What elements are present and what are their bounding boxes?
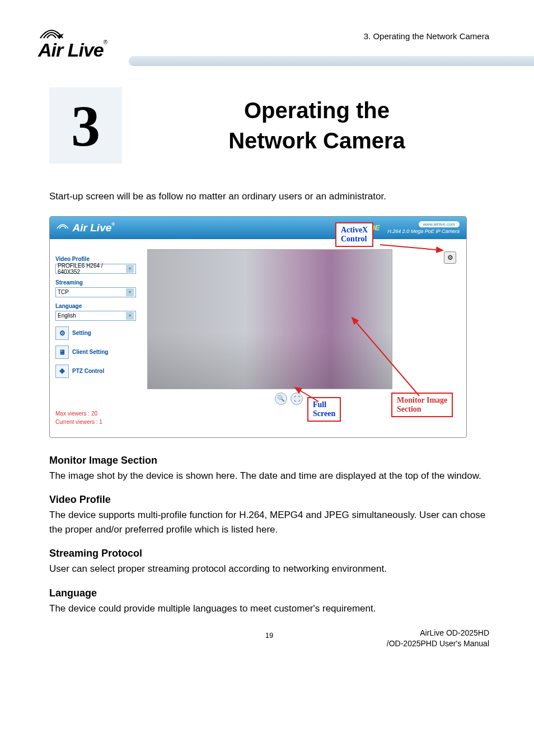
ptz-icon: ✥: [55, 365, 69, 378]
client-setting-label: Client Setting: [72, 349, 108, 355]
streaming-label: Streaming: [55, 279, 136, 286]
header-rule: [129, 56, 534, 66]
section-monitor-text: The image shot by the device is shown he…: [49, 469, 489, 483]
chapter-title: Operating the Network Camera: [144, 95, 489, 156]
screenshot-sidebar: Video Profile PROFILE6 H264 / 640X352 ▾ …: [50, 239, 142, 437]
brand-logo: Air Live®: [38, 26, 119, 61]
streaming-select[interactable]: TCP ▾: [55, 287, 136, 297]
chapter-header: 3 Operating the Network Camera: [49, 87, 489, 164]
section-profile-heading: Video Profile: [49, 494, 489, 506]
section-monitor-heading: Monitor Image Section: [49, 455, 489, 466]
section-stream-text: User can select proper streaming protoco…: [49, 562, 489, 576]
language-label: Language: [55, 303, 136, 309]
ptz-control-label: PTZ Control: [72, 368, 104, 374]
screenshot-brand: Air Live®: [57, 222, 115, 234]
video-profile-select[interactable]: PROFILE6 H264 / 640X352 ▾: [55, 264, 136, 274]
callout-activex: ActiveXControl: [335, 222, 373, 247]
arrow-activex: [380, 234, 447, 256]
section-lang-text: The device could provide multiple langua…: [49, 601, 489, 616]
chevron-down-icon: ▾: [126, 312, 134, 320]
chevron-down-icon: ▾: [126, 288, 134, 296]
video-profile-value: PROFILE6 H264 / 640X352: [58, 263, 126, 275]
language-select[interactable]: English ▾: [55, 311, 136, 321]
svg-line-1: [295, 388, 318, 402]
header-section-ref: 3. Operating the Network Camera: [364, 31, 489, 41]
max-viewers: Max viewers : 20: [55, 409, 136, 418]
magnify-icon[interactable]: 🔍: [275, 393, 287, 405]
client-setting-button[interactable]: 🖥 Client Setting: [55, 346, 136, 359]
language-value: English: [58, 312, 76, 319]
svg-line-2: [352, 318, 419, 396]
logo-arcs-icon: [39, 26, 64, 39]
section-lang-heading: Language: [49, 587, 489, 599]
video-profile-label: Video Profile: [55, 256, 136, 262]
section-profile-text: The device supports multi-profile functi…: [49, 508, 489, 536]
startup-screenshot: Air Live® iPOE www.airlive.com H.264 2.0…: [49, 216, 467, 438]
setting-button-label: Setting: [72, 330, 91, 336]
footer-product: AirLive OD-2025HD/OD-2025PHD User's Manu…: [387, 628, 489, 650]
logo-text: Air Live: [38, 39, 104, 60]
arrow-monitor: [346, 312, 436, 402]
streaming-value: TCP: [58, 289, 69, 295]
chevron-down-icon: ▾: [126, 265, 134, 273]
intro-paragraph: Start-up screen will be as follow no mat…: [49, 189, 489, 204]
ptz-control-button[interactable]: ✥ PTZ Control: [55, 365, 136, 378]
current-viewers: Current viewers : 1: [55, 418, 136, 426]
gear-icon: ⚙: [55, 326, 69, 340]
arrow-fullscreen: [291, 385, 324, 407]
setting-button[interactable]: ⚙ Setting: [55, 326, 136, 340]
monitor-icon: 🖥: [55, 346, 69, 359]
url-pill: www.airlive.com: [419, 221, 460, 227]
logo-reg: ®: [104, 39, 107, 45]
section-stream-heading: Streaming Protocol: [49, 548, 489, 559]
svg-line-0: [380, 245, 443, 250]
chapter-number-box: 3: [49, 87, 122, 164]
